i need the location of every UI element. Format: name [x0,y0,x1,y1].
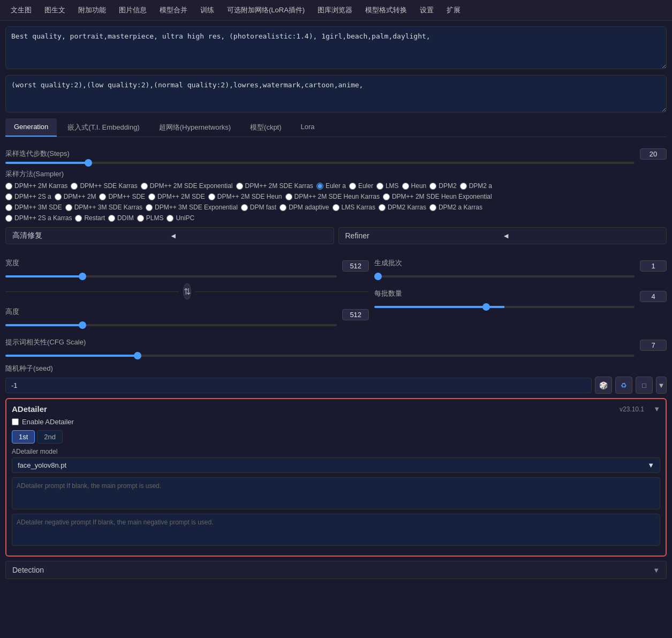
negative-prompt[interactable] [5,75,667,112]
sampler-dpm2sa[interactable]: DPM++ 2S a [5,193,51,200]
menu-imginfo[interactable]: 图片信息 [114,3,152,17]
sampler-row-1: DPM++ 2M Karras DPM++ SDE Karras DPM++ 2… [5,182,667,190]
cfg-slider[interactable] [5,355,635,357]
adetailer-prompt[interactable]: ADetailer prompt If blank, the main prom… [12,477,660,509]
menu-img2text[interactable]: 图生文 [39,3,71,17]
menu-lora[interactable]: 可选附加网络(LoRA插件) [222,3,310,17]
menu-extensions[interactable]: 扩展 [441,3,466,17]
menu-bar: 文生图 图生文 附加功能 图片信息 模型合并 训练 可选附加网络(LoRA插件)… [0,0,672,21]
refiner-panel[interactable]: Refiner ◄ [338,227,667,244]
sampler-plms[interactable]: PLMS [137,214,164,222]
tab-generation[interactable]: Generation [5,118,57,137]
tab-hypernetworks[interactable]: 超网络(Hypernetworks) [150,118,239,137]
seed-recycle-button[interactable]: ♻ [615,377,632,394]
sampler-restart[interactable]: Restart [75,214,105,222]
enable-adetailer-label: Enable ADetailer [22,418,74,426]
sampler-row-4: DPM++ 2S a Karras Restart DDIM PLMS UniP… [5,214,667,222]
width-height-col: 宽度 512 ⇅ 高度 512 [5,253,369,332]
main-content: Generation 嵌入式(T.I. Embedding) 超网络(Hyper… [0,21,672,584]
sampler-dpm2akarras[interactable]: DPM2 a Karras [429,204,482,211]
sampler-dpm2msdehk[interactable]: DPM++ 2M SDE Heun Karras [285,193,380,200]
batch-size-row: 每批数量 4 [374,283,667,310]
batch-col: 生成批次 1 每批数量 4 [374,253,667,332]
batch-count-label: 生成批次 [374,258,635,268]
sampler-ddim[interactable]: DDIM [108,214,134,222]
menu-merge[interactable]: 模型合并 [154,3,193,17]
sampler-section: 采样方法(Sampler) DPM++ 2M Karras DPM++ SDE … [5,169,667,222]
sampler-eulera[interactable]: Euler a [316,182,346,190]
adetailer-tab-2nd[interactable]: 2nd [37,430,63,444]
sampler-lmskarras[interactable]: LMS Karras [333,204,375,211]
sampler-dpm3msdeexp[interactable]: DPM++ 3M SDE Exponential [146,204,238,211]
sampler-dpm2[interactable]: DPM2 [429,182,456,190]
adetailer-model-dropdown-icon: ▼ [647,461,654,469]
sampler-dpm2m[interactable]: DPM++ 2M Karras [5,182,67,190]
menu-train[interactable]: 训练 [195,3,220,17]
width-slider[interactable] [5,275,337,277]
sampler-dpm2a[interactable]: DPM2 a [460,182,492,190]
refiner-label: Refiner [345,231,503,240]
seed-dice-button[interactable]: 🎲 [595,377,612,394]
positive-prompt[interactable] [5,26,667,69]
sampler-dpmadaptive[interactable]: DPM adaptive [280,204,329,211]
adetailer-neg-prompt[interactable]: ADetailer negative prompt If blank, the … [12,514,660,546]
adetailer-tab-1st[interactable]: 1st [12,430,35,444]
sampler-dpm2karras[interactable]: DPM2 Karras [379,204,426,211]
enable-adetailer-row: Enable ADetailer [12,418,660,426]
menu-extra[interactable]: 附加功能 [73,3,111,17]
batch-size-label: 每批数量 [374,289,635,298]
menu-settings[interactable]: 设置 [414,3,439,17]
height-label: 高度 [5,307,337,317]
batch-size-slider[interactable] [374,306,635,308]
sampler-dpm2sakarras[interactable]: DPM++ 2S a Karras [5,214,72,222]
tab-ckpt[interactable]: 模型(ckpt) [241,118,290,137]
height-slider[interactable] [5,324,337,326]
batch-count-slider[interactable] [374,275,635,277]
menu-text2img[interactable]: 文生图 [5,3,37,17]
cfg-label: 提示词相关性(CFG Scale) [5,337,635,347]
steps-slider[interactable] [5,162,635,164]
sampler-dpm3msde[interactable]: DPM++ 3M SDE [5,204,62,211]
adetailer-collapse-arrow[interactable]: ▼ [653,405,660,413]
sampler-lms[interactable]: LMS [376,182,399,190]
sampler-dpmsde2[interactable]: DPM++ SDE [99,193,145,200]
tab-embedding[interactable]: 嵌入式(T.I. Embedding) [59,118,148,137]
sampler-dpmfast[interactable]: DPM fast [241,204,276,211]
seed-row: 🎲 ♻ □ ▼ [5,377,667,394]
detection-section[interactable]: Detection ▼ [5,561,667,579]
dimensions-row: 宽度 512 ⇅ 高度 512 [5,253,667,332]
adetailer-model-select[interactable]: face_yolov8n.pt ▼ [12,457,660,473]
adetailer-tabs: 1st 2nd [12,430,660,444]
sampler-dpm3msdek[interactable]: DPM++ 3M SDE Karras [65,204,142,211]
seed-extra-button[interactable]: □ [636,377,653,394]
adetailer-section: ADetailer v23.10.1 ▼ Enable ADetailer 1s… [5,398,667,557]
seed-section-label: 随机种子(seed) [5,364,667,373]
generation-tabs: Generation 嵌入式(T.I. Embedding) 超网络(Hyper… [5,118,667,137]
sampler-dpmsde[interactable]: DPM++ SDE Karras [71,182,137,190]
menu-gallery[interactable]: 图库浏览器 [312,3,358,17]
sampler-dpm2msdehe[interactable]: DPM++ 2M SDE Heun Exponential [383,193,492,200]
refiner-arrow: ◄ [502,231,660,240]
seed-dropdown-button[interactable]: ▼ [656,377,667,394]
enable-adetailer-checkbox[interactable] [12,418,19,425]
sampler-euler[interactable]: Euler [349,182,373,190]
sampler-row-2: DPM++ 2S a DPM++ 2M DPM++ SDE DPM++ 2M S… [5,193,667,200]
steps-row: 采样迭代步数(Steps) 20 [5,144,667,164]
menu-modelconv[interactable]: 模型格式转换 [360,3,412,17]
sampler-dpm2msdekarras[interactable]: DPM++ 2M SDE Karras [236,182,313,190]
swap-dimensions-button[interactable]: ⇅ [183,283,191,299]
seed-input[interactable] [5,378,592,393]
sampler-dpm2msdeh[interactable]: DPM++ 2M SDE Heun [208,193,282,200]
hires-fix-panel[interactable]: 高清修复 ◄ [5,227,334,244]
width-value: 512 [342,260,369,272]
sampler-dpm2msde[interactable]: DPM++ 2M SDE [148,193,205,200]
steps-label: 采样迭代步数(Steps) [5,149,635,159]
sampler-dpm2msdeexp[interactable]: DPM++ 2M SDE Exponential [141,182,233,190]
cfg-row: 提示词相关性(CFG Scale) 7 [5,332,667,358]
sampler-dpm2m[interactable]: DPM++ 2M [55,193,96,200]
sampler-unipc[interactable]: UniPC [167,214,194,222]
sampler-heun[interactable]: Heun [402,182,427,190]
tab-lora[interactable]: Lora [292,118,323,137]
adetailer-title: ADetailer [12,404,47,414]
sampler-row-3: DPM++ 3M SDE DPM++ 3M SDE Karras DPM++ 3… [5,204,667,211]
